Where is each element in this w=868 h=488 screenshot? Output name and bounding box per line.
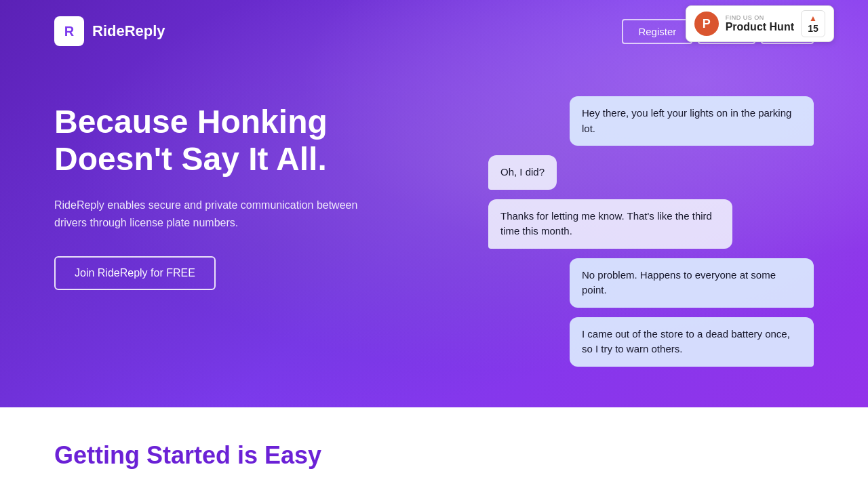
find-us-label: FIND US ON <box>726 14 794 21</box>
logo-icon: R <box>54 16 84 46</box>
hero-title: Because Honking Doesn't Say It All. <box>54 103 461 178</box>
vote-count: 15 <box>808 23 818 34</box>
product-hunt-vote[interactable]: ▲ 15 <box>801 10 825 37</box>
logo-link[interactable]: R RideReply <box>54 16 165 46</box>
ph-logo-letter: P <box>703 17 711 31</box>
chat-bubble-5: I came out of the store to a dead batter… <box>570 317 814 367</box>
product-hunt-logo: P <box>694 12 719 36</box>
getting-started-section: Getting Started is Easy <box>0 407 868 489</box>
chat-bubbles-container: Hey there, you left your lights on in th… <box>488 89 814 367</box>
hero-subtitle: RideReply enables secure and private com… <box>54 197 380 231</box>
chat-bubble-1: Hey there, you left your lights on in th… <box>570 96 814 146</box>
product-hunt-name: Product Hunt <box>726 21 794 33</box>
cta-button[interactable]: Join RideReply for FREE <box>54 256 216 290</box>
chat-bubble-3: Thanks for letting me know. That's like … <box>488 199 732 249</box>
hero-section: R RideReply Register Login FAQ Because H… <box>0 0 868 407</box>
chat-bubble-4: No problem. Happens to everyone at some … <box>570 258 814 308</box>
product-hunt-banner[interactable]: P FIND US ON Product Hunt ▲ 15 <box>686 5 834 42</box>
logo-text: RideReply <box>92 22 165 40</box>
hero-title-line2: Doesn't Say It All. <box>54 141 327 177</box>
logo-letter: R <box>64 24 74 39</box>
getting-started-title: Getting Started is Easy <box>54 441 814 470</box>
chat-bubble-2: Oh, I did? <box>488 155 557 190</box>
register-button[interactable]: Register <box>622 19 692 44</box>
vote-arrow-icon: ▲ <box>809 14 817 23</box>
hero-title-line1: Because Honking <box>54 104 328 140</box>
hero-content: Because Honking Doesn't Say It All. Ride… <box>0 62 868 407</box>
hero-left: Because Honking Doesn't Say It All. Ride… <box>54 89 461 290</box>
product-hunt-text: FIND US ON Product Hunt <box>726 14 794 33</box>
